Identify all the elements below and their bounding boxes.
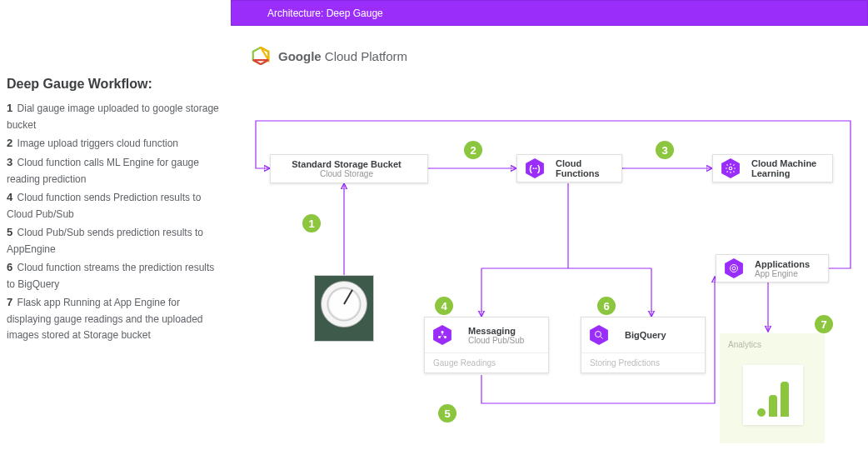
step-6: 6 Cloud function streams the prediction … xyxy=(7,259,220,292)
ml-icon xyxy=(720,158,741,179)
node-functions: (··) Cloud Functions xyxy=(516,154,622,182)
step-2: 2 Image upload triggers cloud function xyxy=(7,135,220,152)
badge-6: 6 xyxy=(597,297,616,315)
gauge-image xyxy=(314,275,374,342)
badge-1: 1 xyxy=(302,214,321,232)
gcp-text: Google Cloud Platform xyxy=(278,49,407,63)
svg-point-17 xyxy=(444,336,446,338)
svg-point-13 xyxy=(729,167,732,170)
badge-7: 7 xyxy=(815,315,833,333)
svg-point-15 xyxy=(441,331,444,333)
svg-marker-2 xyxy=(253,60,268,64)
node-apps: Applications App Engine xyxy=(716,254,829,282)
architecture-diagram: Architecture: Deep Gauge Google Cloud Pl… xyxy=(231,0,868,455)
badge-5: 5 xyxy=(438,404,456,422)
gauge-dial-icon xyxy=(321,281,367,328)
badge-4: 4 xyxy=(435,297,453,315)
bigquery-icon xyxy=(588,324,610,346)
sidebar-title: Deep Gauge Workflow: xyxy=(7,77,220,92)
appengine-icon xyxy=(723,258,745,279)
analytics-box: Analytics xyxy=(720,333,825,443)
step-7: 7 Flask app Running at App Engine for di… xyxy=(7,294,220,343)
badge-2: 2 xyxy=(464,141,482,159)
diagram-canvas: Standard Storage Bucket Cloud Storage (·… xyxy=(231,83,868,455)
step-1: 1 Dial gauge image uploaded to google st… xyxy=(7,100,220,133)
step-4: 4 Cloud function sends Prediction result… xyxy=(7,189,220,222)
functions-icon: (··) xyxy=(524,158,546,179)
diagram-header: Architecture: Deep Gauge xyxy=(231,0,868,26)
gcp-logo: Google Cloud Platform xyxy=(252,47,407,65)
badge-3: 3 xyxy=(656,141,674,159)
pubsub-icon xyxy=(432,324,453,346)
node-bigquery: BigQuery Storing Predictions xyxy=(581,317,706,373)
step-5: 5 Cloud Pub/Sub sends prediction results… xyxy=(7,224,220,258)
svg-point-19 xyxy=(596,332,601,338)
svg-point-16 xyxy=(438,336,441,338)
step-3: 3 Cloud function calls ML Engine for gau… xyxy=(7,154,220,188)
gcp-hex-icon xyxy=(252,47,270,65)
svg-point-23 xyxy=(731,265,738,272)
svg-point-22 xyxy=(732,267,736,270)
analytics-chart-icon xyxy=(743,365,803,425)
workflow-sidebar: Deep Gauge Workflow: 1 Dial gauge image … xyxy=(7,77,220,345)
node-messaging: Messaging Cloud Pub/Sub Gauge Readings xyxy=(424,317,549,373)
svg-line-20 xyxy=(601,337,603,339)
node-ml: Cloud Machine Learning xyxy=(712,154,833,182)
svg-marker-1 xyxy=(261,48,268,60)
node-storage: Standard Storage Bucket Cloud Storage xyxy=(270,154,428,183)
